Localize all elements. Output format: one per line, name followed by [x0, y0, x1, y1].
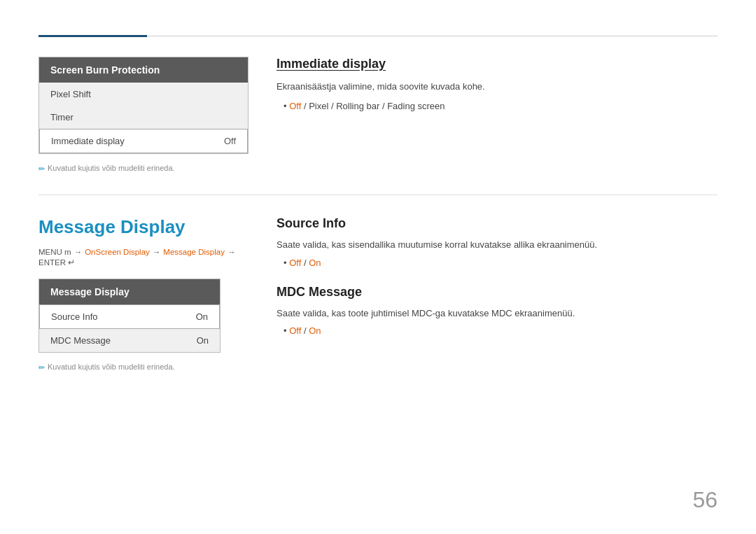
source-opt-sep: / — [301, 258, 309, 268]
immediate-display-options-item: Off / Pixel / Rolling bar / Fading scree… — [284, 101, 718, 111]
menu-arrow3: → — [227, 248, 236, 256]
source-info-options-list: Off / On — [276, 258, 718, 268]
divider-light — [147, 36, 718, 36]
section1-left: Screen Burn Protection Pixel Shift Timer… — [38, 57, 248, 174]
mdc-message-desc: Saate valida, kas toote juhtimisel MDC-g… — [276, 307, 718, 321]
opt-pixel: Pixel — [309, 101, 328, 111]
message-display-box-header: Message Display — [39, 279, 220, 304]
mdc-opt-on: On — [309, 325, 321, 336]
message-display-heading: Message Display — [38, 216, 248, 238]
mdc-message-options-item: Off / On — [284, 325, 718, 336]
source-info-desc: Saate valida, kas sisendallika muutumise… — [276, 238, 718, 252]
page-number: 56 — [692, 487, 718, 513]
source-info-value: On — [196, 311, 208, 322]
immediate-display-title: Immediate display — [276, 57, 718, 71]
menu-path-onscreen[interactable]: OnScreen Display — [85, 248, 150, 256]
mdc-message-title: MDC Message — [276, 285, 718, 300]
mdc-opt-sep: / — [301, 325, 309, 336]
source-info-label: Source Info — [51, 311, 98, 322]
section1-right: Immediate display Ekraanisäästja valimin… — [276, 57, 718, 174]
opt-off: Off — [289, 101, 301, 111]
immediate-display-label: Immediate display — [51, 136, 125, 146]
timer-item[interactable]: Timer — [39, 106, 248, 129]
mdc-message-item[interactable]: MDC Message On — [39, 329, 220, 352]
immediate-display-item[interactable]: Immediate display Off — [39, 129, 248, 153]
message-display-box: Message Display Source Info On MDC Messa… — [38, 279, 220, 353]
section2-note-text: Kuvatud kujutis võib mudeliti erineda. — [48, 363, 175, 371]
section1-note: ✏ Kuvatud kujutis võib mudeliti erineda. — [38, 164, 248, 174]
section2-right: Source Info Saate valida, kas sisendalli… — [276, 216, 718, 339]
divider-blue — [38, 35, 147, 37]
mdc-message-section: MDC Message Saate valida, kas toote juht… — [276, 285, 718, 337]
mdc-message-value: On — [197, 335, 209, 346]
note2-icon: ✏ — [38, 363, 45, 372]
immediate-display-value: Off — [224, 136, 236, 146]
screen-burn-header: Screen Burn Protection — [39, 57, 248, 83]
immediate-display-desc: Ekraanisäästja valimine, mida soovite ku… — [276, 80, 718, 94]
section2-row: Message Display MENU m → OnScreen Displa… — [38, 216, 718, 372]
mdc-opt-off: Off — [289, 325, 301, 336]
mid-divider — [38, 195, 718, 195]
mdc-message-label: MDC Message — [50, 335, 111, 346]
section2-left: Message Display MENU m → OnScreen Displa… — [38, 216, 248, 372]
menu-path-message[interactable]: Message Display — [163, 248, 225, 256]
opt-sep1: / — [301, 101, 309, 111]
opt-sep3: / — [379, 101, 387, 111]
menu-arrow2: → — [153, 248, 161, 256]
menu-path: MENU m → OnScreen Display → Message Disp… — [38, 248, 248, 267]
opt-sep2: / — [328, 101, 336, 111]
source-info-title: Source Info — [276, 216, 718, 231]
section2-note: ✏ Kuvatud kujutis võib mudeliti erineda. — [38, 363, 248, 372]
mdc-message-options-list: Off / On — [276, 325, 718, 336]
source-info-options-item: Off / On — [284, 258, 718, 268]
section1-row: Screen Burn Protection Pixel Shift Timer… — [38, 57, 718, 174]
menu-path-enter: ENTER ↵ — [38, 258, 75, 267]
menu-path-menu: MENU m — [38, 248, 71, 256]
screen-burn-box: Screen Burn Protection Pixel Shift Timer… — [38, 57, 248, 154]
source-opt-on: On — [309, 258, 321, 268]
note-icon: ✏ — [38, 164, 45, 174]
top-dividers — [38, 35, 718, 37]
pixel-shift-item[interactable]: Pixel Shift — [39, 83, 248, 106]
section1-note-text: Kuvatud kujutis võib mudeliti erineda. — [48, 164, 175, 172]
source-opt-off: Off — [289, 258, 301, 268]
opt-fading: Fading screen — [387, 101, 444, 111]
menu-arrow1: → — [74, 248, 83, 256]
opt-rolling: Rolling bar — [336, 101, 379, 111]
immediate-display-options: Off / Pixel / Rolling bar / Fading scree… — [276, 101, 718, 111]
source-info-item[interactable]: Source Info On — [39, 304, 220, 329]
